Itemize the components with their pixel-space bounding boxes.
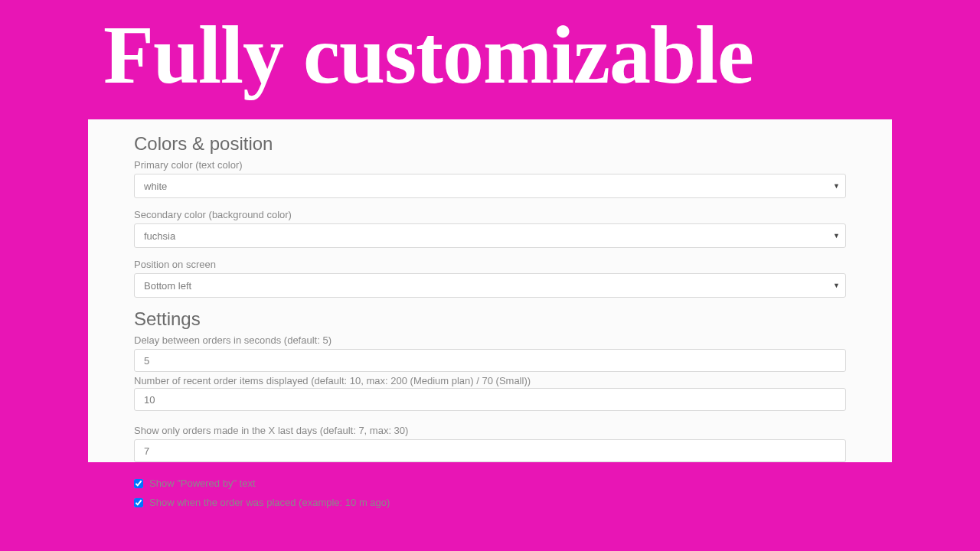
primary-color-label: Primary color (text color) xyxy=(134,159,846,171)
show-placed-label[interactable]: Show when the order was placed (example:… xyxy=(149,497,390,508)
secondary-color-label: Secondary color (background color) xyxy=(134,209,846,220)
settings-panel: Colors & position Primary color (text co… xyxy=(88,119,892,462)
hero-title: Fully customizable xyxy=(0,0,980,96)
section-colors-heading: Colors & position xyxy=(134,133,846,155)
items-input[interactable] xyxy=(134,388,846,411)
secondary-color-select[interactable]: fuchsia xyxy=(134,223,846,248)
show-powered-label[interactable]: Show "Powered by" text xyxy=(149,478,256,489)
show-powered-checkbox[interactable] xyxy=(134,479,143,488)
items-label: Number of recent order items displayed (… xyxy=(134,375,846,386)
delay-input[interactable] xyxy=(134,349,846,372)
section-settings-heading: Settings xyxy=(134,308,846,330)
position-select[interactable]: Bottom left xyxy=(134,273,846,298)
delay-label: Delay between orders in seconds (default… xyxy=(134,334,846,346)
days-input[interactable] xyxy=(134,439,846,462)
days-label: Show only orders made in the X last days… xyxy=(134,425,846,436)
primary-color-select[interactable]: white xyxy=(134,174,846,198)
show-placed-checkbox[interactable] xyxy=(134,498,143,507)
position-label: Position on screen xyxy=(134,259,846,270)
